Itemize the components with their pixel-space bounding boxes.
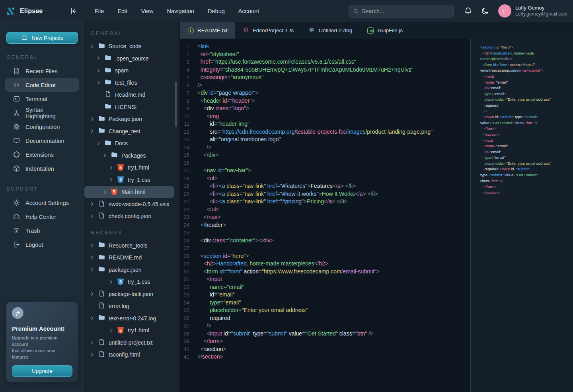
avatar[interactable]: L (498, 4, 511, 18)
chevron-right-icon[interactable] (90, 255, 94, 260)
sidebar-item-extensions[interactable]: Extensions (5, 148, 79, 162)
file-icon (99, 212, 105, 220)
tree-item-test-files[interactable]: test_files (84, 77, 179, 89)
code-text: </header> (197, 221, 226, 229)
tab-readme-txt[interactable]: iREADME.txt (180, 22, 235, 39)
new-projects-button[interactable]: New Projects (6, 32, 78, 44)
chevron-right-icon[interactable] (96, 56, 101, 60)
tree-item-swdc-vscode-0-5-45-vsix[interactable]: swdc-vscode-0.5.45.vsix (84, 198, 179, 211)
chevron-right-icon[interactable] (103, 153, 107, 158)
tree-item-source-code[interactable]: Source_code (84, 40, 179, 53)
sidebar-item-label: Documentation (25, 138, 64, 144)
menu-item-edit[interactable]: Edit (117, 8, 127, 14)
chevron-right-icon[interactable] (90, 214, 94, 218)
tree-section-recents: RECENTS (84, 230, 179, 236)
chevron-right-icon[interactable] (90, 316, 94, 320)
chevron-right-icon[interactable] (90, 292, 94, 296)
search-bar[interactable] (349, 5, 454, 18)
tab-editorporject-1-ts[interactable]: EditorPorject-1.ts (235, 22, 302, 39)
user-chip[interactable]: L Luffy Gemoy Luffy.gemoy@gmail.com (498, 4, 573, 18)
tree-item-label: Change_test (109, 128, 140, 135)
tab-untlited-2-dbg[interactable]: Untlited-2.dbg (301, 22, 360, 39)
chevron-right-icon[interactable] (96, 68, 101, 73)
minimap[interactable]: <section id="hero"> <h2>Handcrafted, hom… (470, 39, 573, 392)
tree-item-spam[interactable]: spam (84, 64, 179, 77)
menu-item-account[interactable]: Account (238, 8, 259, 14)
sidebar-item-account-settings[interactable]: Account Settings (5, 196, 79, 210)
folder-icon (105, 103, 111, 110)
line-number: 35 (180, 306, 193, 314)
line-number: 4 (180, 66, 193, 74)
tree-item-main-html[interactable]: 5Main.html (84, 186, 174, 198)
sidebar-item-logout[interactable]: Logout (5, 238, 79, 252)
notifications-bell-icon[interactable] (464, 7, 472, 15)
tree-item-change-test[interactable]: Change_test (84, 125, 179, 138)
tree-item-error-log[interactable]: error.log (84, 300, 179, 312)
sidebar-item-help-center[interactable]: Help Center (5, 210, 79, 224)
folder-icon (98, 128, 105, 135)
tree-item-open-source[interactable]: .open_source (84, 53, 179, 65)
chevron-right-icon[interactable] (109, 280, 113, 284)
chevron-right-icon[interactable] (90, 340, 94, 345)
folder-icon (98, 266, 105, 273)
chevron-right-icon[interactable] (90, 353, 94, 357)
tree-item-try1-html[interactable]: 5try1.html (84, 162, 179, 174)
tree-item-licensi[interactable]: LICENSI (84, 101, 179, 113)
tree-item-packages[interactable]: Packages (84, 150, 179, 162)
chevron-right-icon[interactable] (90, 267, 94, 272)
sidebar-item-configuration[interactable]: Configuration (5, 120, 79, 134)
tree-item-label: check.config.json (109, 213, 151, 219)
tree-item-tsconfig-html[interactable]: tsconfig.html (84, 349, 179, 361)
chevron-right-icon[interactable] (90, 117, 94, 121)
tree-item-readme-md[interactable]: README.md (84, 252, 179, 264)
tree-item-untlited-project-txt[interactable]: untlited-project.txt (84, 337, 179, 349)
code-text: <section id="hero"> (197, 252, 249, 260)
file-icon (98, 302, 105, 310)
tree-item-text-error-0-247-log[interactable]: text-error-0.247.log (84, 312, 179, 325)
tree-item-resuorce-tools[interactable]: Resuorce_tools (84, 240, 179, 252)
chevron-right-icon[interactable] (90, 129, 94, 133)
menu-item-file[interactable]: File (95, 8, 104, 14)
code-editor[interactable]: 1<link2 rel="stylesheet"3 href="https://… (180, 39, 470, 392)
dark-mode-moon-icon[interactable] (481, 7, 489, 15)
chevron-right-icon[interactable] (109, 177, 113, 182)
tree-item-readme-md[interactable]: Readme.md (84, 89, 179, 101)
chevron-right-icon[interactable] (90, 243, 94, 248)
tab-gulpfile-js[interactable]: JSGulpFile.js (360, 22, 410, 39)
code-text: <link (197, 43, 209, 51)
sidebar-item-syntax-highlighting[interactable]: Syntax Highlighting (5, 106, 79, 120)
chevron-right-icon[interactable] (109, 328, 113, 333)
menu-item-navigation[interactable]: Navigation (167, 8, 195, 14)
menu-item-view[interactable]: View (141, 8, 153, 14)
sidebar-item-code-editor[interactable]: Code Editor (5, 78, 79, 92)
sidebar-item-terminal[interactable]: Terminal (5, 92, 79, 106)
tree-item-try-1-css[interactable]: 3try_1.css (84, 276, 179, 288)
search-input[interactable] (362, 8, 449, 14)
sidebar-item-recent-files[interactable]: Recent Files (5, 64, 79, 78)
tree-item-try-1-css[interactable]: 3try_1.css (84, 174, 179, 186)
tree-item-check-config-json[interactable]: check.config.json (84, 210, 179, 222)
chevron-right-icon[interactable] (90, 202, 94, 206)
menu-item-debug[interactable]: Debug (208, 8, 225, 14)
chevron-right-icon[interactable] (96, 80, 101, 85)
folder-icon (98, 43, 105, 50)
tree-scrollbar[interactable] (175, 82, 177, 127)
collapse-sidebar-icon[interactable] (69, 6, 78, 16)
tree-item-docs[interactable]: Docs (84, 137, 179, 150)
sidebar-item-trash[interactable]: Trash (5, 224, 79, 238)
tree-item-package-json[interactable]: Package.json (84, 113, 179, 125)
sidebar-item-documentation[interactable]: Documentation (5, 134, 79, 148)
chevron-right-icon[interactable] (90, 44, 94, 49)
tree-item-try1-html[interactable]: 5try1.html (84, 324, 179, 337)
file-icon (99, 302, 105, 310)
minimap-line-17: <input (480, 138, 571, 144)
tree-item-package-json[interactable]: package.json (84, 264, 179, 276)
sidebar-item-indentation[interactable]: Indentation (5, 162, 79, 176)
folder-icon (105, 79, 111, 86)
chevron-right-icon[interactable] (96, 141, 101, 146)
chevron-right-icon[interactable] (103, 190, 107, 194)
tree-item-package-lock-json[interactable]: package-lock.json (84, 288, 179, 300)
dots-icon (243, 27, 249, 34)
upgrade-button[interactable]: Upgrade (12, 365, 72, 377)
chevron-right-icon[interactable] (109, 166, 113, 170)
